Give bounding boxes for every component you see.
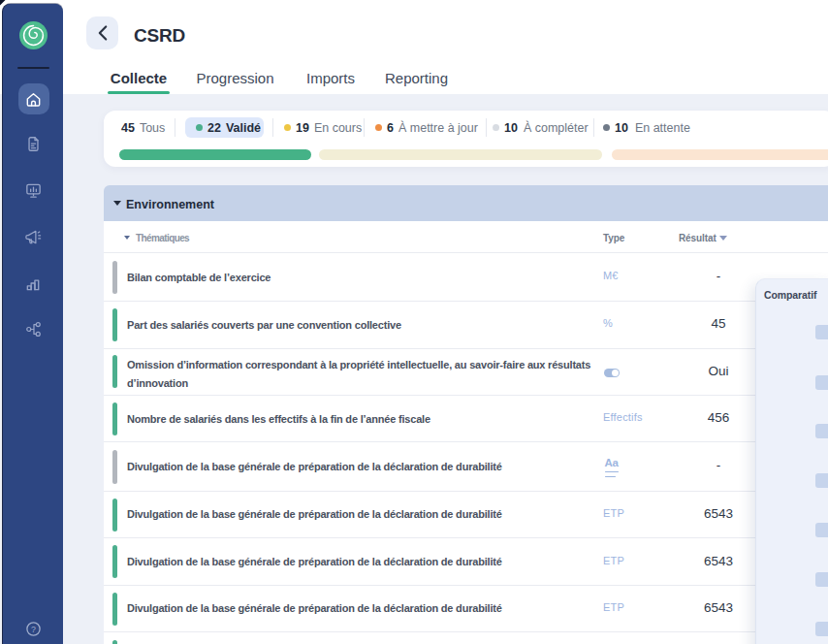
svg-text:?: ? [31, 625, 36, 634]
